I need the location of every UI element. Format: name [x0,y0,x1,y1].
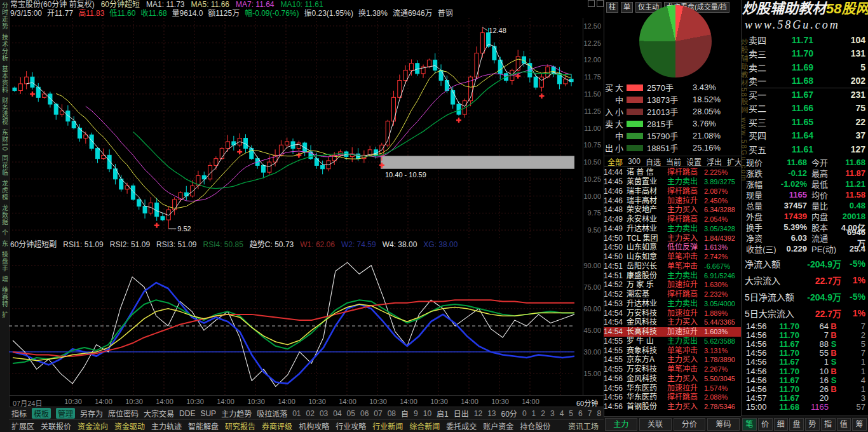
panel-a-bottom-tab[interactable]: 关联 [639,418,672,431]
toolbar-button[interactable]: 6 [578,409,583,418]
trade-signal-row[interactable]: 14:55罗 牛 山主力卖出5.62/3588 [604,337,741,346]
toolbar-button[interactable]: DDE [179,409,195,418]
trade-signal-row[interactable]: 14:56华东医药撑杆跳高2.088% [604,393,741,402]
trade-signal-row[interactable]: 14:49永安林业撑杆跳高2.054% [604,215,741,224]
order-book-row[interactable]: 卖二11.695 [749,60,865,74]
panel-b-bottom-tab[interactable]: 细 [774,418,789,431]
trade-signal-row[interactable]: 14:51康盛股份主力卖出6.91/5246 [604,271,741,280]
order-book-row[interactable]: 买四11.6437 [749,129,865,143]
toolbar-button[interactable]: 07 [374,409,382,418]
window-controls[interactable] [586,0,604,9]
sidebar-item[interactable]: 增 [1,276,9,283]
toolbar-button[interactable]: 60分 [501,408,517,419]
sidebar-item[interactable]: 龙数据 [1,205,9,226]
trade-signal-row[interactable]: 14:44诺 普 信撑杆跳高2.225% [604,168,741,177]
toolbar-button[interactable]: 5 [569,409,573,418]
trade-signal-row[interactable]: 14:56华东医药加速拉升1.574% [604,383,741,393]
news-tab[interactable]: 机构攻略 [299,421,329,431]
news-tab[interactable]: 扩展区 [11,421,34,431]
toolbar-button[interactable]: 模板 [32,408,51,419]
order-book-row[interactable]: 买二11.6675 [749,102,865,116]
panel-a-bottom-tab[interactable]: 分价 [674,418,706,431]
panel-b-bottom-tab[interactable]: 势 [805,418,820,431]
trade-signal-row[interactable]: 14:46瑞丰高材撑杆跳高2.087% [604,187,741,196]
trade-signal-row[interactable]: 14:55万安科技单笔冲击2.267% [604,365,741,374]
candlestick-chart[interactable]: 12.489.5210.40 - 10.5912.5012.2512.0011.… [9,18,604,238]
sidebar-item[interactable]: 维赛特 [1,287,9,307]
sidebar-item[interactable]: 扩 [1,311,9,318]
news-tab[interactable]: 账户资金 [483,421,513,431]
trade-signal-row[interactable]: 14:50山东如意低位反弹1.613% [604,243,741,252]
trade-signal-row[interactable]: 14:54长高科技加速拉升1.603% [604,327,741,337]
panel-b-bottom-tab[interactable]: 值 [837,418,851,431]
trade-signal-row[interactable]: 14:51岳阳兴长单笔冲击-6.667% [604,262,741,271]
sidebar-item[interactable]: 技术分析 [1,34,9,62]
sidebar-item[interactable]: 同花临 [1,155,9,176]
toolbar-button[interactable]: 06 [360,409,369,418]
toolbar-button[interactable]: 席位密码 [108,408,139,419]
toolbar-button[interactable]: 另存为 [80,408,103,419]
panel-b-bottom-tab[interactable]: 笔 [742,418,757,431]
trade-signal-row[interactable]: 14:53升达林业主力卖出3.05/4000 [604,299,741,309]
news-tab[interactable]: 持仓股份 [520,421,550,431]
toolbar-button[interactable]: 13 [487,409,496,418]
toolbar-button[interactable]: 大宗交易 [144,408,174,419]
panel-b-bottom-tab[interactable]: 价 [758,418,773,431]
news-tab[interactable]: 行业攻略 [336,421,366,431]
trade-signal-row[interactable]: 14:46瑞丰高材加速拉升2.450% [604,196,741,205]
trade-signal-row[interactable]: 14:54金风科技主力买入5.44/3365 [604,318,741,327]
toolbar-button[interactable]: 4 [560,409,564,418]
order-book-row[interactable]: 买五11.61127 [749,142,865,156]
news-tab[interactable]: 智能解盘 [188,421,219,431]
news-tab[interactable]: 资金流向 [78,421,108,431]
toolbar-button[interactable]: 02 [306,409,315,418]
toolbar-button[interactable]: 启1 [437,408,449,419]
news-tab[interactable]: 研究报告 [225,421,255,431]
panel-a-tab[interactable]: 当前 [664,156,683,167]
trade-signal-row[interactable]: 14:50TCL 集团主力买入1.84/4392 [604,233,741,243]
trade-signal-row[interactable]: 14:56金风科技主力买入5.50/3045 [604,374,741,384]
trade-signal-row[interactable]: 14:48荣安地产主力买入6.34/3288 [604,205,741,215]
toolbar-button[interactable]: 主力趋势 [221,408,252,419]
panel-a-tab[interactable]: 设置 [684,156,703,167]
panel-a-tab[interactable]: 300 [626,157,642,166]
panel-a-tab[interactable]: 自选 [644,156,663,167]
toolbar-button[interactable]: 1 [532,409,536,418]
toolbar-button[interactable]: 2 [541,409,545,418]
order-book-row[interactable]: 卖一11.68202 [749,74,865,88]
order-book-row[interactable]: 买一11.67231 [749,88,865,102]
trade-signal-row[interactable]: 14:49升达林业主力卖出3.05/3428 [604,224,741,234]
toolbar-button[interactable]: SUP [200,409,216,418]
panel-b-bottom-tab[interactable]: 筹 [852,418,867,431]
order-book-row[interactable]: 卖三11.70131 [749,47,865,61]
news-tab[interactable]: 关联报价 [41,421,71,431]
toolbar-button[interactable]: 8 [597,409,601,418]
sidebar-item[interactable]: 东财10 [1,129,9,151]
close-icon[interactable] [597,0,604,7]
toolbar-button[interactable]: 管理 [56,408,75,419]
toolbar-button[interactable]: 自 [401,408,409,419]
trade-signal-row[interactable]: 14:56首钢股份主力买入2.78/5346 [604,402,741,412]
news-tab[interactable]: 券商评级 [262,421,292,431]
toolbar-button[interactable]: 0 [522,409,527,418]
trade-signal-row[interactable]: 14:55赛象科技单笔冲击3.131% [604,346,741,355]
sidebar-item[interactable]: 财务透视 [1,97,9,125]
panel-b-bottom-tab[interactable]: 盘 [789,418,804,431]
toolbar-button[interactable]: 吸拉派落 [257,408,287,419]
volume-pie-chart[interactable] [639,5,712,78]
trade-signal-row[interactable]: 14:52万 家 乐加速拉升1.630% [604,280,741,290]
trade-signal-row[interactable]: 14:55京东方A主力买入1.78/3890 [604,355,741,365]
order-book-row[interactable]: 卖四11.71104 [749,33,865,47]
sidebar-item[interactable]: 基本资料 [1,65,9,93]
toolbar-button[interactable]: 3 [550,409,555,418]
toolbar-button[interactable]: 05 [347,409,355,418]
toolbar-button[interactable]: 日出 [454,408,469,419]
toolbar-button[interactable]: 10 [423,409,431,418]
panel-a-bottom-tab[interactable]: 主力 [605,418,637,431]
toolbar-button[interactable]: 08 [388,409,396,418]
trade-signal-row[interactable]: 14:50山东如意单笔冲击2.742% [604,252,741,262]
sidebar-item[interactable]: 龙虎榜 [1,180,9,201]
sidebar-item[interactable]: 操盘手 [1,251,9,272]
panel-a-mode-button[interactable]: 单 [621,2,633,13]
panel-a-bottom-tab[interactable]: 筹码 [707,418,740,431]
